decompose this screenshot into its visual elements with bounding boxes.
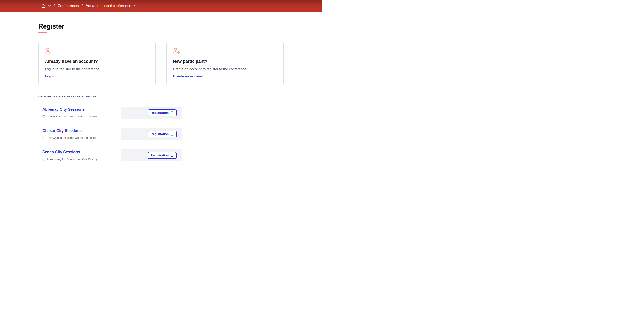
- account-cards: Already have an account? Log in to regis…: [38, 42, 322, 85]
- option-action-panel: Registration: [121, 128, 182, 140]
- option-description: The Chakar sessions will offer an enric…: [42, 136, 99, 139]
- registration-option-row: Sedep City Sessions Introducing the Anna…: [38, 149, 322, 161]
- ticket-icon: [170, 111, 174, 114]
- registration-options-list: Abbenay City Sessions This ticket grants…: [38, 106, 322, 161]
- row-accent-bar: [38, 149, 40, 161]
- log-in-link[interactable]: Log in →: [45, 74, 61, 78]
- card-heading: Already have an account?: [45, 59, 149, 64]
- new-participant-card: New participant? Create an account to re…: [166, 42, 284, 85]
- card-body-text: Create an account to register to the con…: [173, 67, 277, 71]
- info-icon[interactable]: [42, 158, 45, 161]
- main-content: Register Already have an account? Log in…: [0, 22, 322, 161]
- link-label: Create an account: [173, 74, 204, 78]
- registration-button-label: Registration: [150, 154, 169, 157]
- breadcrumb-separator: /: [54, 4, 54, 8]
- top-navbar: / Conferences / Annares annual conferenc…: [0, 0, 322, 12]
- option-description: This ticket grants you access to all the…: [42, 115, 101, 118]
- card-body-text: Log in to register to the conference: [45, 67, 149, 71]
- registration-button-label: Registration: [150, 111, 169, 114]
- registration-option-row: Abbenay City Sessions This ticket grants…: [38, 106, 322, 119]
- breadcrumb-separator: /: [82, 4, 83, 8]
- title-underline: [38, 32, 47, 33]
- chevron-down-icon[interactable]: [134, 5, 136, 6]
- registration-button[interactable]: Registration: [148, 152, 177, 159]
- create-account-link[interactable]: Create an account →: [173, 74, 209, 78]
- row-accent-bar: [38, 128, 40, 140]
- registration-button[interactable]: Registration: [148, 109, 177, 116]
- info-icon[interactable]: [42, 136, 45, 139]
- option-title-link[interactable]: Chakar City Sessions: [42, 129, 82, 133]
- chevron-down-icon[interactable]: [48, 5, 51, 6]
- option-title-link[interactable]: Sedep City Sessions: [42, 150, 80, 154]
- option-title-link[interactable]: Abbenay City Sessions: [42, 107, 85, 112]
- ticket-icon: [170, 132, 174, 136]
- card-heading: New participant?: [173, 59, 277, 64]
- user-plus-icon: [173, 47, 277, 55]
- breadcrumb-conferences[interactable]: Conferences: [58, 3, 78, 8]
- arrow-right-icon: →: [57, 74, 61, 78]
- registration-option-row: Chakar City Sessions The Chakar sessions…: [38, 128, 322, 140]
- row-accent-bar: [38, 106, 40, 119]
- user-icon: [45, 47, 149, 55]
- breadcrumb: / Conferences / Annares annual conferenc…: [41, 3, 136, 8]
- breadcrumb-event[interactable]: Annares annual conference: [86, 3, 131, 8]
- arrow-right-icon: →: [205, 74, 209, 78]
- option-description-text: This ticket grants you access to all the…: [47, 115, 101, 118]
- option-action-panel: Registration: [121, 149, 182, 161]
- ticket-icon: [170, 154, 174, 157]
- registration-button-label: Registration: [150, 132, 169, 136]
- link-label: Log in: [45, 74, 55, 78]
- page-title: Register: [38, 22, 322, 30]
- option-description-text: The Chakar sessions will offer an enric…: [47, 136, 99, 139]
- option-description: Introducing the Annares All-City Pass, y…: [42, 157, 100, 161]
- registration-button[interactable]: Registration: [148, 131, 177, 137]
- home-icon[interactable]: [41, 3, 46, 8]
- info-icon[interactable]: [42, 115, 45, 118]
- login-card: Already have an account? Log in to regis…: [38, 42, 156, 85]
- option-action-panel: Registration: [121, 107, 182, 119]
- option-description-text: Introducing the Annares All-City Pass, y…: [47, 157, 100, 161]
- registration-options-label: CHOOSE YOUR REGISTRATION OPTION:: [38, 95, 322, 98]
